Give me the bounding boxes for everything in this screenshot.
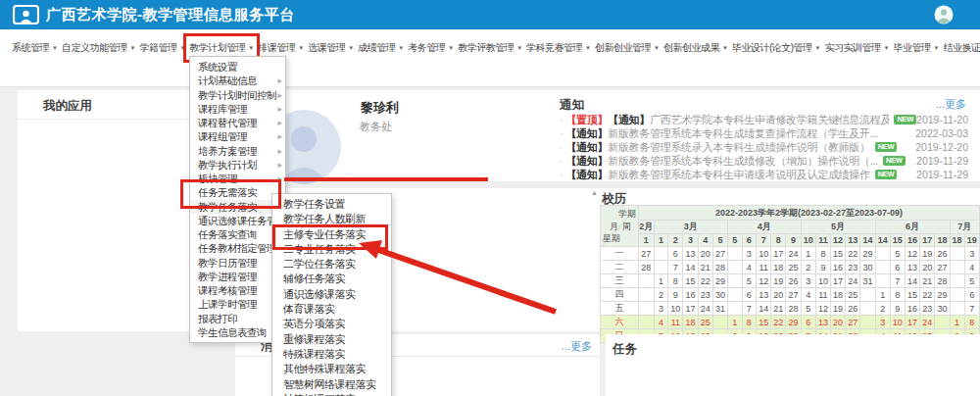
calendar-date-cell[interactable] [875,261,890,274]
calendar-date-cell[interactable]: 13 [905,261,919,274]
calendar-date-cell[interactable]: 13 [683,247,698,261]
submenu-item-通识选修课落实[interactable]: 通识选修课落实 [272,287,391,302]
dropdown-item-板块管理[interactable]: 板块管理▸ [190,172,285,185]
calendar-date-cell[interactable]: 16 [831,261,846,274]
calendar-date-cell[interactable]: 8 [964,316,979,329]
calendar-date-cell[interactable]: 17 [683,302,698,316]
menu-item-考务管理[interactable]: 考务管理▼ [406,37,456,59]
calendar-date-cell[interactable] [875,274,890,288]
calendar-date-cell[interactable] [654,261,668,274]
calendar-date-cell[interactable]: 11 [757,261,771,274]
calendar-date-cell[interactable]: 25 [698,316,712,329]
menu-item-选课管理[interactable]: 选课管理▼ [306,37,356,59]
calendar-date-cell[interactable] [712,316,727,329]
calendar-date-cell[interactable]: 1 [875,288,890,302]
calendar-date-cell[interactable]: 3 [654,302,668,316]
calendar-date-cell[interactable]: 11 [668,316,683,329]
calendar-date-cell[interactable]: 18 [771,261,786,274]
calendar-date-cell[interactable]: 6 [890,261,905,274]
submenu-item-二学位任务落实[interactable]: 二学位任务落实 [272,257,391,272]
notice-more-link[interactable]: ...更多 [936,97,966,112]
calendar-date-cell[interactable]: 29 [935,288,950,302]
calendar-date-cell[interactable]: 22 [771,316,786,329]
dropdown-item-课程替代管理[interactable]: 课程替代管理▸ [190,116,285,129]
calendar-date-cell[interactable]: 3 [801,274,815,288]
calendar-date-cell[interactable] [727,288,742,302]
menu-item-自定义功能管理[interactable]: 自定义功能管理▼ [60,37,137,59]
menu-item-教学评教管理[interactable]: 教学评教管理▼ [456,37,524,59]
calendar-date-cell[interactable]: 24 [920,316,935,329]
calendar-date-cell[interactable]: 27 [786,288,801,302]
calendar-date-cell[interactable]: 15 [683,274,698,288]
calendar-date-cell[interactable] [860,288,875,302]
calendar-date-cell[interactable]: 24 [698,302,712,316]
dropdown-item-课程组管理[interactable]: 课程组管理▸ [190,129,285,143]
calendar-date-cell[interactable]: 1 [654,274,668,288]
submenu-item-英语分项落实[interactable]: 英语分项落实 [272,317,391,331]
calendar-date-cell[interactable]: 12 [905,247,919,261]
calendar-date-cell[interactable] [950,261,964,274]
calendar-date-cell[interactable]: 12 [757,274,771,288]
calendar-date-cell[interactable]: 3 [742,247,757,261]
calendar-date-cell[interactable]: 26 [846,302,860,316]
calendar-date-cell[interactable] [860,316,875,329]
calendar-date-cell[interactable]: 27 [935,261,950,274]
calendar-date-cell[interactable]: 27 [712,247,727,261]
calendar-date-cell[interactable]: 23 [846,261,860,274]
calendar-date-cell[interactable]: 28 [786,302,801,316]
calendar-date-cell[interactable]: 19 [771,274,786,288]
calendar-date-cell[interactable]: 2 [801,261,815,274]
calendar-date-cell[interactable]: 27 [846,316,860,329]
calendar-date-cell[interactable]: 19 [920,247,935,261]
calendar-date-cell[interactable]: 5 [801,302,815,316]
calendar-date-cell[interactable]: 4 [964,261,979,274]
submenu-item-教学任务设置[interactable]: 教学任务设置 [272,197,391,212]
dropdown-item-计划基础信息[interactable]: 计划基础信息▸ [190,74,285,87]
submenu-item-智慧树网络课程落实[interactable]: 智慧树网络课程落实 [272,377,391,392]
calendar-date-cell[interactable]: 20 [831,316,846,329]
calendar-date-cell[interactable]: 21 [920,274,935,288]
message-more-link[interactable]: ...更多 [562,339,592,354]
calendar-date-cell[interactable]: 16 [683,288,698,302]
calendar-date-cell[interactable]: 28 [712,261,727,274]
calendar-date-cell[interactable]: 1 [727,316,742,329]
menu-item-毕业管理[interactable]: 毕业管理▼ [892,37,942,59]
dropdown-item-教学执行计划[interactable]: 教学执行计划▸ [190,158,285,172]
submenu-item-辅修任务落实[interactable]: 辅修任务落实 [272,272,391,286]
calendar-date-cell[interactable] [727,261,742,274]
user-avatar-icon[interactable] [934,5,954,25]
calendar-date-cell[interactable]: 12 [815,302,830,316]
calendar-date-cell[interactable]: 21 [698,261,712,274]
calendar-date-cell[interactable]: 19 [831,302,846,316]
calendar-date-cell[interactable]: 31 [860,274,875,288]
calendar-date-cell[interactable]: 8 [815,247,830,261]
dropdown-item-教学计划时间控制[interactable]: 教学计划时间控制▸ [190,88,285,102]
calendar-date-cell[interactable]: 14 [905,274,919,288]
calendar-date-cell[interactable]: 22 [698,274,712,288]
dropdown-item-系统设置[interactable]: 系统设置 [190,60,285,74]
calendar-date-cell[interactable]: 28 [935,274,950,288]
menu-item-毕业设计(论文)管理[interactable]: 毕业设计(论文)管理▼ [730,37,823,59]
calendar-date-cell[interactable] [860,302,875,316]
calendar-date-cell[interactable]: 22 [920,288,935,302]
calendar-date-cell[interactable]: 6 [742,288,757,302]
menu-item-创新创业管理[interactable]: 创新创业管理▼ [593,37,662,59]
calendar-date-cell[interactable]: 8 [668,274,683,288]
calendar-scroll-up-icon[interactable]: ▲ [591,189,598,196]
calendar-date-cell[interactable]: 17 [905,316,919,329]
calendar-date-cell[interactable] [639,302,655,316]
calendar-date-cell[interactable]: 7 [668,261,683,274]
menu-item-创新创业成果[interactable]: 创新创业成果▼ [662,37,730,59]
notice-row[interactable]: 【通知】新版教务管理系统本专科生成绩复查操作流程（学生及开...2022-03-… [560,126,968,140]
calendar-date-cell[interactable]: 5 [890,247,905,261]
calendar-date-cell[interactable]: 30 [860,261,875,274]
calendar-date-cell[interactable] [950,302,964,316]
calendar-date-cell[interactable] [727,247,742,261]
calendar-date-cell[interactable]: 1 [950,316,964,329]
calendar-date-cell[interactable] [639,316,655,329]
calendar-date-cell[interactable]: 26 [786,274,801,288]
calendar-date-cell[interactable]: 20 [771,288,786,302]
menu-item-学籍管理[interactable]: 学籍管理▼ [137,37,187,59]
menu-item-成绩管理[interactable]: 成绩管理▼ [356,37,406,59]
calendar-date-cell[interactable]: 30 [712,288,727,302]
